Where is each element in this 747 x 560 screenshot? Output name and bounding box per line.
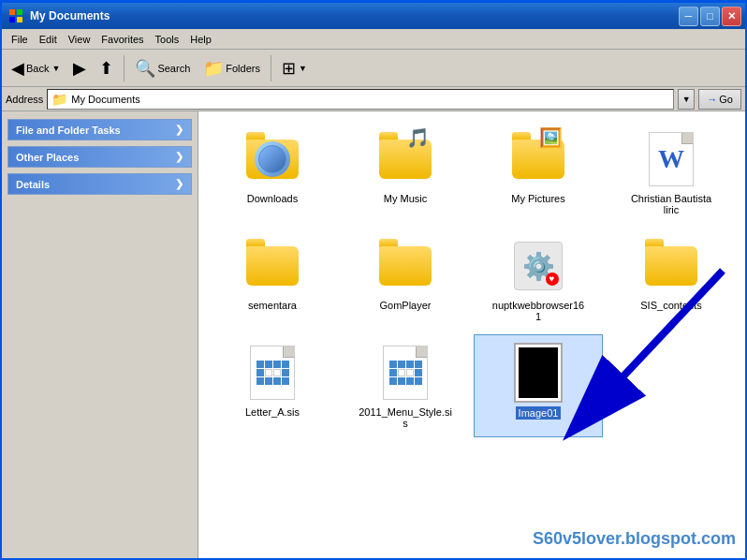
sis-contents-icon [641, 236, 701, 296]
my-music-icon: 🎵 [375, 129, 435, 189]
file-item-2011-menu-style[interactable]: 2011_Menu_Style.sis [341, 334, 470, 437]
gomPlayer-icon [375, 236, 435, 296]
go-arrow-icon: → [707, 94, 717, 105]
menu-favorites[interactable]: Favorites [95, 32, 149, 47]
back-icon: ◀ [11, 58, 24, 79]
other-places-label: Other Places [16, 152, 79, 163]
window: My Documents ─ □ ✕ File Edit View Favori… [0, 0, 747, 560]
file-folder-tasks-header[interactable]: File and Folder Tasks ❯ [8, 120, 191, 140]
menu-tools[interactable]: Tools [150, 32, 185, 47]
details-chevron: ❯ [175, 178, 183, 190]
image01-icon [508, 343, 568, 403]
up-icon: ⬆ [99, 58, 113, 79]
window-icon [6, 6, 26, 26]
address-field[interactable]: 📁 My Documents [47, 89, 674, 110]
menu-view[interactable]: View [63, 32, 96, 47]
file-folder-tasks-label: File and Folder Tasks [16, 125, 121, 136]
folders-button[interactable]: 📁 Folders [198, 53, 266, 83]
details-header[interactable]: Details ❯ [8, 174, 191, 194]
file-folder-tasks-section: File and Folder Tasks ❯ [7, 119, 192, 140]
window-controls: ─ □ ✕ [679, 7, 741, 26]
details-label: Details [16, 179, 50, 190]
svg-rect-2 [9, 17, 15, 22]
folders-icon: 📁 [203, 58, 224, 79]
svg-rect-1 [17, 9, 22, 15]
search-button[interactable]: 🔍 Search [129, 53, 196, 83]
downloads-icon [242, 129, 302, 189]
back-button[interactable]: ◀ Back ▼ [6, 53, 66, 83]
forward-icon: ▶ [73, 58, 86, 79]
views-button[interactable]: ⊞ ▼ [276, 53, 313, 83]
menu-help[interactable]: Help [184, 32, 217, 47]
window-title: My Documents [30, 9, 675, 22]
menu-bar: File Edit View Favorites Tools Help [2, 29, 745, 50]
letter-a-icon [242, 343, 302, 403]
maximize-button[interactable]: □ [700, 7, 720, 26]
go-button[interactable]: → Go [698, 89, 741, 110]
sementara-label: sementara [248, 300, 297, 311]
nuptk-label: nuptkwebbrowser161 [491, 300, 585, 322]
sementara-icon [242, 236, 302, 296]
2011-menu-style-label: 2011_Menu_Style.sis [359, 406, 452, 429]
address-value: My Documents [71, 94, 139, 105]
other-places-section: Other Places ❯ [7, 146, 192, 168]
other-places-header[interactable]: Other Places ❯ [8, 147, 191, 167]
file-item-downloads[interactable]: Downloads [208, 121, 337, 224]
sis-contents-label: SIS_contents [640, 300, 701, 311]
file-item-image01[interactable]: Image01 [474, 334, 603, 437]
search-icon: 🔍 [135, 58, 155, 79]
address-bar: Address 📁 My Documents ▼ → Go [2, 87, 745, 111]
up-button[interactable]: ⬆ [94, 53, 119, 83]
image01-label: Image01 [516, 406, 562, 420]
file-item-christian-bautista[interactable]: W Christian Bautista liric [607, 121, 736, 224]
gomPlayer-label: GomPlayer [379, 300, 431, 311]
file-grid: Downloads 🎵 My Music [208, 121, 736, 437]
christian-bautista-label: Christian Bautista liric [624, 193, 718, 215]
views-dropdown-icon: ▼ [299, 64, 307, 73]
my-music-label: My Music [384, 193, 427, 204]
file-item-my-pictures[interactable]: 🖼️ My Pictures [474, 121, 603, 224]
address-folder-icon: 📁 [51, 92, 67, 107]
nuptk-icon: ⚙️ ♥ [508, 236, 568, 296]
svg-rect-0 [9, 9, 15, 15]
toolbar-separator-1 [124, 55, 124, 81]
menu-edit[interactable]: Edit [34, 32, 63, 47]
2011-menu-style-icon [375, 343, 435, 403]
file-area: Downloads 🎵 My Music [198, 111, 745, 558]
back-label: Back [26, 63, 49, 74]
minimize-button[interactable]: ─ [679, 7, 698, 26]
file-item-gomPlayer[interactable]: GomPlayer [341, 228, 470, 331]
downloads-label: Downloads [247, 193, 298, 204]
folders-label: Folders [226, 63, 260, 74]
address-label: Address [6, 94, 43, 105]
file-item-letter-a[interactable]: Letter_A.sis [208, 334, 337, 437]
go-label: Go [719, 94, 733, 105]
file-folder-tasks-chevron: ❯ [175, 124, 183, 136]
details-section: Details ❯ [7, 173, 192, 195]
toolbar: ◀ Back ▼ ▶ ⬆ 🔍 Search 📁 Folders ⊞ ▼ [2, 50, 745, 87]
title-bar: My Documents ─ □ ✕ [2, 3, 745, 29]
views-icon: ⊞ [282, 58, 296, 79]
my-pictures-icon: 🖼️ [508, 129, 568, 189]
main-area: File and Folder Tasks ❯ Other Places ❯ D… [2, 111, 745, 558]
file-item-sementara[interactable]: sementara [208, 228, 337, 331]
left-panel: File and Folder Tasks ❯ Other Places ❯ D… [2, 111, 198, 558]
search-label: Search [157, 63, 190, 74]
file-item-sis-contents[interactable]: SIS_contents [607, 228, 736, 331]
back-dropdown-icon: ▼ [51, 64, 60, 73]
watermark: S60v5lover.blogspot.com [533, 529, 736, 549]
other-places-chevron: ❯ [175, 151, 183, 163]
forward-button[interactable]: ▶ [67, 53, 92, 83]
file-item-my-music[interactable]: 🎵 My Music [341, 121, 470, 224]
address-dropdown[interactable]: ▼ [678, 89, 695, 110]
svg-rect-3 [17, 17, 22, 22]
file-item-nuptk[interactable]: ⚙️ ♥ nuptkwebbrowser161 [474, 228, 603, 331]
toolbar-separator-2 [271, 55, 271, 81]
close-button[interactable]: ✕ [722, 7, 741, 26]
letter-a-label: Letter_A.sis [245, 406, 300, 418]
menu-file[interactable]: File [6, 32, 34, 47]
christian-bautista-icon: W [641, 129, 701, 189]
my-pictures-label: My Pictures [511, 193, 564, 204]
